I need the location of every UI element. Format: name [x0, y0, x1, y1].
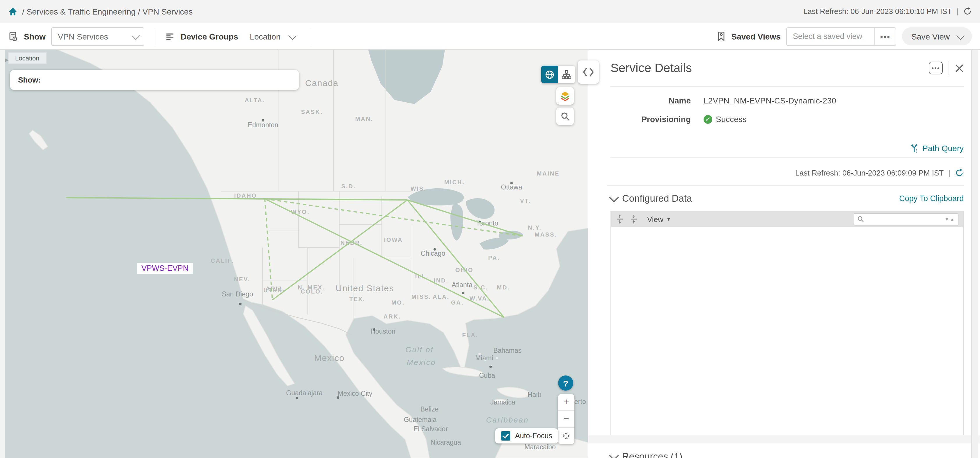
configured-data-title: Configured Data	[622, 193, 692, 204]
globe-icon	[545, 70, 555, 79]
header-separator: |	[956, 7, 958, 16]
search-icon	[560, 111, 570, 121]
map-city-label: Maracaibo	[524, 443, 555, 451]
map-region-label: FLA.	[462, 332, 478, 338]
header-last-refresh: Last Refresh: 06-Jun-2023 06:10:10 PM IS…	[803, 7, 952, 16]
map-city-dot	[511, 182, 513, 184]
device-groups-icon	[166, 32, 175, 40]
refresh-icon[interactable]	[963, 7, 972, 16]
resources-title: Resources (1)	[622, 451, 682, 458]
tree-search-box: ▼▲	[854, 213, 958, 225]
map-city-label: Guatemala	[404, 416, 437, 423]
breadcrumb-text[interactable]: / Services & Traffic Engineering / VPN S…	[22, 7, 192, 16]
recenter-button[interactable]	[558, 427, 574, 444]
configured-data-tree: View▼ ▼▲	[611, 211, 964, 435]
saved-views-label: Saved Views	[732, 32, 781, 41]
divider	[311, 28, 311, 44]
map-city-label: Ottawa	[501, 183, 522, 191]
success-check-icon: ✓	[703, 115, 712, 124]
recenter-icon	[561, 431, 571, 441]
map-water-label: Gulf of	[405, 345, 434, 354]
topology-map[interactable]: ALTA.SASK.MAN.IDAHOS.D.WIS.MICH.MAINEVT.…	[5, 50, 588, 458]
help-button[interactable]: ?	[558, 376, 573, 391]
section-collapse-icon[interactable]	[609, 450, 619, 458]
zoom-in-button[interactable]: +	[558, 394, 574, 410]
save-view-button[interactable]: Save View	[902, 27, 972, 45]
panel-refresh-icon[interactable]	[955, 168, 964, 177]
panel-expand-arrow-icon[interactable]: ▶	[5, 57, 9, 63]
map-region-label: WIS.	[410, 185, 426, 192]
map-region-label: ALTA.	[245, 97, 265, 103]
auto-focus-checkbox[interactable]	[501, 431, 511, 441]
show-select[interactable]: VPN Services	[51, 27, 145, 46]
map-city-dot	[373, 328, 375, 331]
map-region-label: MO.	[391, 300, 405, 306]
device-groups-value: Location	[250, 32, 280, 41]
search-prev-next-icons[interactable]: ▼▲	[945, 217, 955, 222]
path-query-icon	[910, 144, 919, 153]
map-city-label: Belize	[420, 406, 439, 413]
expand-all-icon[interactable]	[616, 214, 624, 224]
map-region-label: IND.	[434, 277, 449, 284]
map-city-label: San Diego	[222, 290, 253, 298]
map-region-label: PA.	[488, 255, 500, 261]
saved-view-input[interactable]	[787, 28, 874, 45]
filter-toolbar: Show VPN Services Device Groups Location…	[0, 23, 980, 50]
name-label: Name	[611, 96, 691, 105]
map-country-label: United States	[336, 283, 394, 293]
chevron-down-icon	[288, 32, 296, 40]
map-city-dot	[296, 397, 298, 399]
panel-scrollbar[interactable]	[971, 50, 978, 458]
map-region-label: N. MEX.	[298, 284, 325, 291]
map-region-label: VT.	[520, 198, 531, 204]
tree-search-input[interactable]	[867, 214, 942, 224]
breadcrumb[interactable]: / Services & Traffic Engineering / VPN S…	[8, 7, 192, 16]
map-region-label: SASK.	[301, 109, 323, 115]
map-water-label: Mexico	[407, 358, 436, 367]
map-city-label: Edmonton	[248, 121, 278, 129]
map-city-dot	[239, 303, 242, 305]
home-icon[interactable]	[8, 7, 18, 16]
show-filter-icon	[8, 31, 18, 41]
map-city-label: Nicaragua	[431, 439, 461, 446]
copy-to-clipboard-link[interactable]: Copy To Clipboard	[899, 194, 964, 203]
map-water-label: Caribbean	[486, 415, 529, 424]
geo-view-button[interactable]	[541, 66, 558, 83]
logical-view-button[interactable]	[558, 66, 575, 83]
map-region-label: MD.	[497, 284, 510, 291]
map-region-label: NEBR.	[340, 239, 363, 246]
map-region-label: IDAHO	[234, 192, 257, 199]
section-collapse-icon[interactable]	[609, 192, 619, 202]
map-region-label: WYO.	[291, 209, 310, 215]
layers-button[interactable]	[556, 87, 574, 105]
map-city-dot	[489, 366, 492, 368]
path-query-label: Path Query	[923, 144, 964, 153]
zoom-out-button[interactable]: −	[558, 410, 574, 427]
tree-toolbar: View▼ ▼▲	[611, 212, 963, 227]
map-region-label: MAINE	[537, 170, 560, 177]
map-region-label: ARIZ.	[266, 285, 285, 292]
auto-focus-control[interactable]: Auto-Focus	[495, 428, 558, 444]
location-tab[interactable]: Location	[8, 52, 46, 64]
path-query-link[interactable]: Path Query	[910, 144, 964, 157]
service-path-label[interactable]: VPWS-EVPN	[137, 263, 192, 274]
map-region-label: MASS.	[535, 231, 557, 238]
tree-view-dropdown[interactable]: View▼	[647, 215, 671, 223]
close-icon[interactable]	[955, 63, 964, 72]
collapse-all-icon[interactable]	[630, 214, 638, 224]
divider	[948, 61, 949, 75]
layers-icon	[559, 89, 571, 102]
panel-more-button[interactable]: •••	[929, 62, 943, 74]
map-city-label: Haiti	[528, 391, 541, 398]
panel-collapse-button[interactable]	[578, 60, 599, 84]
topology-icon	[562, 70, 571, 79]
map-city-label: Bahamas	[493, 347, 522, 354]
chevron-down-icon: ▼	[666, 217, 671, 222]
divider: |	[948, 168, 950, 177]
saved-view-more-button[interactable]: •••	[874, 28, 896, 45]
map-city-label: Atlanta	[452, 281, 473, 288]
map-city-label: Miami	[475, 354, 493, 362]
device-groups-select[interactable]: Location	[244, 28, 300, 45]
map-city-dot	[434, 248, 436, 250]
map-search-button[interactable]	[556, 108, 574, 125]
